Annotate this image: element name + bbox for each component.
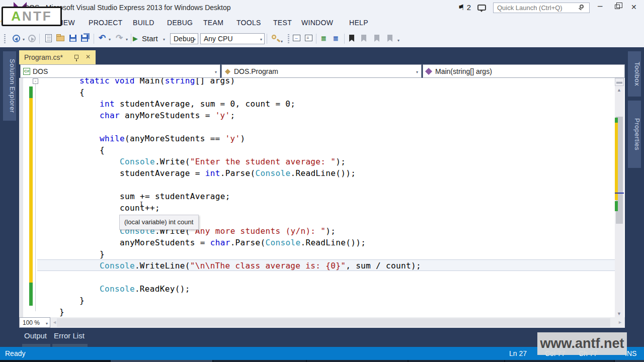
code-line[interactable]: Console.WriteLine("\n\nThe class average… [100, 260, 421, 272]
code-line[interactable]: { [79, 86, 85, 98]
navigate-forward-button[interactable] [28, 35, 36, 42]
save-button[interactable] [69, 35, 76, 42]
scroll-up-icon[interactable]: ▲ [617, 87, 621, 93]
sidebar-tab-toolbox[interactable]: Toolbox [628, 51, 641, 97]
code-line[interactable]: } [59, 306, 64, 317]
increase-indent-button[interactable]: ≣ [333, 35, 339, 42]
horizontal-scrollbar-thumb[interactable] [57, 318, 610, 327]
sidebar-tab-properties[interactable]: Properties [628, 101, 641, 168]
notifications-flag[interactable]: ⚑ 2 [458, 3, 471, 12]
intellisense-tooltip: (local variable) int count [119, 215, 199, 230]
notifications-count: 2 [467, 3, 471, 12]
scroll-mark-saved [615, 118, 618, 123]
code-line[interactable]: while(anyMoreStudents == 'y') [100, 133, 246, 144]
chevron-down-icon: ▾ [46, 321, 48, 326]
find-in-files-button[interactable] [272, 35, 276, 39]
project-dropdown[interactable]: C# DOS ▾ [20, 64, 220, 78]
navigate-back-button[interactable] [13, 35, 20, 42]
start-play-icon: ▶ [133, 35, 138, 42]
close-button[interactable]: ✕ [631, 3, 637, 11]
next-bookmark-button[interactable] [374, 35, 379, 42]
menu-team[interactable]: TEAM [203, 19, 223, 27]
save-all-button[interactable] [81, 35, 88, 42]
menu-help[interactable]: HELP [349, 19, 368, 27]
code-line[interactable]: { [100, 144, 105, 156]
editor-splitter-handle[interactable] [615, 78, 624, 86]
scroll-right-icon[interactable]: ► [618, 320, 622, 325]
navigate-backward-edit-button[interactable] [293, 35, 300, 41]
feedback-bubble-icon[interactable] [477, 5, 486, 11]
panel-tab-error-list[interactable]: Error List [54, 331, 85, 340]
code-line[interactable]: Console.ReadKey(); [100, 283, 190, 295]
class-icon [225, 69, 230, 74]
code-line[interactable]: } [79, 295, 85, 306]
status-message: Ready [5, 349, 25, 357]
flag-icon: ⚑ [458, 3, 464, 12]
redo-caret-icon[interactable]: ▾ [126, 37, 128, 42]
restore-button[interactable] [615, 5, 620, 9]
scroll-left-icon[interactable]: ◄ [52, 320, 57, 325]
platform-dropdown[interactable]: Any CPU▾ [200, 33, 265, 44]
code-editor[interactable]: - static void Main(string[] args){int st… [19, 78, 625, 317]
menu-window[interactable]: WINDOW [301, 19, 333, 27]
code-line[interactable]: int studentAverage, sum = 0, count = 0; [100, 98, 295, 110]
method-icon [425, 68, 432, 75]
start-caret-icon[interactable]: ▾ [163, 37, 165, 42]
toolbar-overflow-icon[interactable]: ▾ [281, 39, 283, 44]
type-dropdown[interactable]: DOS.Program ▾ [221, 64, 422, 78]
menu-debug[interactable]: DEBUG [167, 19, 193, 27]
clear-bookmarks-button[interactable] [387, 35, 392, 42]
chevron-down-icon: ▾ [215, 70, 217, 74]
toolbar-grip[interactable] [4, 34, 6, 43]
member-dropdown[interactable]: Main(string[] args) [423, 64, 625, 78]
document-tab[interactable]: Program.cs* ✕ [19, 50, 96, 64]
code-line[interactable]: } [100, 248, 105, 260]
undo-caret-icon[interactable]: ▾ [109, 37, 111, 42]
menu-tools[interactable]: TOOLS [236, 19, 261, 27]
undo-button[interactable]: ↶ [99, 33, 106, 43]
quick-launch-input[interactable]: Quick Launch (Ctrl+Q) [493, 3, 590, 13]
csharp-file-icon: C# [23, 68, 30, 75]
menu-project[interactable]: PROJECT [89, 19, 122, 27]
code-line[interactable]: anyMoreStudents = char.Parse(Console.Rea… [120, 237, 366, 248]
menu-bar: FILE EDIT VIEW PROJECT BUILD DEBUG TEAM … [0, 15, 644, 30]
editor-bottom-bar: 100 %▾ ◄ ► [19, 317, 625, 328]
menu-build[interactable]: BUILD [133, 19, 154, 27]
start-debug-button[interactable]: Start [142, 34, 158, 43]
minimize-button[interactable]: – [598, 1, 602, 11]
chevron-down-icon: ▾ [194, 37, 196, 42]
chevron-down-icon: ▾ [416, 70, 418, 74]
code-line[interactable]: Console.Write("Enter the student average… [120, 156, 346, 167]
editor-zoom-dropdown[interactable]: 100 %▾ [19, 317, 50, 328]
site-watermark: www.antf.net [537, 332, 627, 355]
sidebar-tab-solution-explorer[interactable]: Solution Explorer [3, 51, 16, 121]
code-line[interactable]: static void Main(string[] args) [79, 78, 235, 86]
code-line[interactable]: char anyMoreStudents = 'y'; [100, 110, 235, 121]
copy-code-button[interactable] [305, 35, 312, 41]
open-file-button[interactable] [56, 36, 64, 41]
navigate-back-caret-icon[interactable]: ▾ [23, 37, 25, 42]
toolbar-overflow-icon[interactable]: ▾ [397, 38, 399, 43]
document-tab-title: Program.cs* [24, 53, 63, 61]
panel-tab-output[interactable]: Output [24, 331, 47, 340]
code-line[interactable]: studentAverage = int.Parse(Console.ReadL… [120, 167, 356, 179]
toolbar-grip[interactable] [288, 34, 289, 43]
menu-test[interactable]: TEST [273, 19, 292, 27]
new-file-button[interactable] [45, 34, 52, 42]
taskbar-edge [0, 360, 644, 362]
previous-bookmark-button[interactable] [361, 35, 366, 42]
code-line[interactable]: sum += studentAverage; [120, 191, 230, 202]
toggle-bookmark-button[interactable] [349, 35, 354, 42]
scroll-down-icon[interactable]: ▼ [617, 311, 621, 316]
scroll-mark-unsaved [615, 123, 618, 200]
configuration-dropdown[interactable]: Debug▾ [170, 33, 198, 44]
close-icon[interactable]: ✕ [86, 53, 91, 60]
scroll-mark-saved [615, 201, 618, 211]
title-bar: DOS - Microsoft Visual Studio Express 20… [0, 0, 644, 15]
toolbar: ▾ ↶ ▾ ↷ ▾ ▶ Start ▾ Debug▾ Any CPU▾ ▾ ≣ … [0, 30, 644, 47]
redo-button[interactable]: ↷ [116, 33, 123, 43]
decrease-indent-button[interactable]: ≣ [321, 35, 327, 42]
pin-icon[interactable] [74, 55, 78, 59]
vertical-scrollbar[interactable]: ▲ ▼ [615, 86, 624, 317]
status-line-number: Ln 27 [509, 349, 527, 357]
